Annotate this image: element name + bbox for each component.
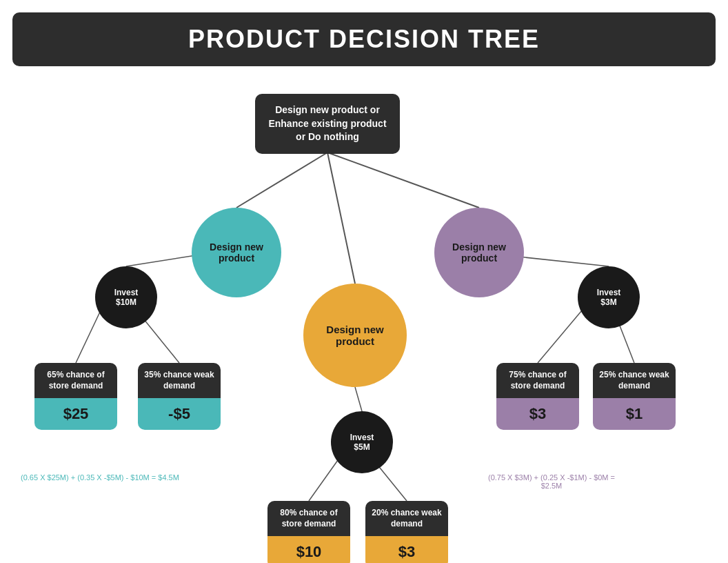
invest-left-label: Invest$10M xyxy=(114,288,139,307)
purple-card-right-top: 25% chance weak demand xyxy=(593,363,676,398)
header: PRODUCT DECISION TREE xyxy=(12,12,716,66)
orange-card-right: 20% chance weak demand $3 xyxy=(365,501,448,563)
orange-card-left-top: 80% chance of store demand xyxy=(267,501,350,536)
svg-line-0 xyxy=(236,152,327,208)
purple-label: Design newproduct xyxy=(452,241,506,264)
purple-card-left-top: 75% chance of store demand xyxy=(496,363,579,398)
svg-line-1 xyxy=(327,152,479,208)
teal-node: Design newproduct xyxy=(192,208,281,297)
orange-card-right-top: 20% chance weak demand xyxy=(365,501,448,536)
orange-label: Design newproduct xyxy=(326,324,383,347)
svg-line-9 xyxy=(355,387,362,411)
teal-card-left: 65% chance of store demand $25 xyxy=(34,363,117,430)
orange-card-left-bottom: $10 xyxy=(267,536,350,563)
purple-card-left-bottom: $3 xyxy=(496,398,579,430)
diagram-area: Design new product or Enhance existing p… xyxy=(0,73,728,563)
orange-node: Design newproduct xyxy=(303,284,407,387)
invest-right-node: Invest$3M xyxy=(578,266,640,328)
orange-card-right-bottom: $3 xyxy=(365,536,448,563)
invest-left-node: Invest$10M xyxy=(95,266,157,328)
invest-center-label: Invest$5M xyxy=(350,433,374,452)
invest-right-label: Invest$3M xyxy=(597,288,621,307)
header-title: PRODUCT DECISION TREE xyxy=(188,25,540,53)
root-node: Design new product or Enhance existing p… xyxy=(255,94,400,154)
purple-card-left: 75% chance of store demand $3 xyxy=(496,363,579,430)
svg-line-2 xyxy=(327,152,355,284)
teal-label: Design newproduct xyxy=(210,241,263,264)
purple-card-right: 25% chance weak demand $1 xyxy=(593,363,676,430)
teal-card-left-top: 65% chance of store demand xyxy=(34,363,117,398)
invest-center-node: Invest$5M xyxy=(331,411,393,473)
teal-card-left-bottom: $25 xyxy=(34,398,117,430)
purple-node: Design newproduct xyxy=(434,208,524,297)
purple-card-right-bottom: $1 xyxy=(593,398,676,430)
root-label: Design new product or Enhance existing p… xyxy=(268,104,386,142)
orange-card-left: 80% chance of store demand $10 xyxy=(267,501,350,563)
teal-card-right-bottom: -$5 xyxy=(138,398,221,430)
teal-card-right-top: 35% chance weak demand xyxy=(138,363,221,398)
teal-card-right: 35% chance weak demand -$5 xyxy=(138,363,221,430)
